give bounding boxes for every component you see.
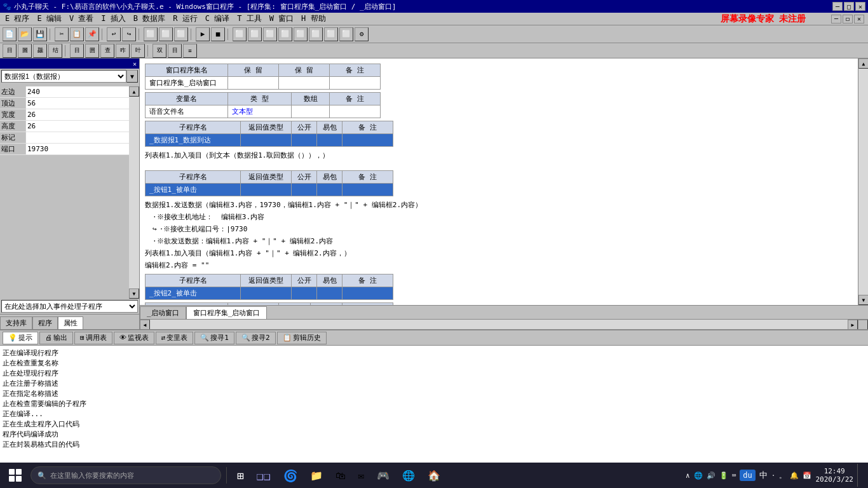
left-panel-close[interactable]: ✕ <box>133 60 137 67</box>
menu-edit[interactable]: E 编辑 <box>33 12 65 25</box>
menu-run[interactable]: R 运行 <box>169 12 201 25</box>
app-close-btn[interactable]: ✕ <box>854 15 864 24</box>
tb-paste[interactable]: 📌 <box>85 27 99 41</box>
menu-help[interactable]: H 帮助 <box>297 12 329 25</box>
close-button[interactable]: ✕ <box>855 2 865 11</box>
tb2-b12[interactable]: ≡ <box>183 44 197 58</box>
tb-btn5[interactable]: ⬜ <box>144 27 158 41</box>
menu-window[interactable]: W 窗口 <box>266 12 297 25</box>
tab-support-lib[interactable]: 支持库 <box>0 316 32 329</box>
menu-tools[interactable]: T 工具 <box>233 12 265 25</box>
tb-b7[interactable]: ⬜ <box>324 27 338 41</box>
tb-cut[interactable]: ✂ <box>55 27 69 41</box>
tab-clipboard[interactable]: 📋 剪辑历史 <box>277 332 327 344</box>
tb-b8[interactable]: ⬜ <box>339 27 353 41</box>
tb-b4[interactable]: ⬜ <box>278 27 292 41</box>
event-dropdown[interactable]: 在此处选择加入事件处理子程序 <box>1 300 138 313</box>
clock[interactable]: 12:49 2020/3/22 <box>815 467 853 484</box>
tb2-b7[interactable]: 查 <box>100 44 114 58</box>
tb-copy[interactable]: 📋 <box>70 27 84 41</box>
taskbar-app-edge[interactable]: 🌐 <box>397 464 420 487</box>
app-minimize-btn[interactable]: ─ <box>831 15 841 24</box>
tb-btn6[interactable]: ⬜ <box>159 27 173 41</box>
tb-save[interactable]: 💾 <box>33 27 47 41</box>
tab-program[interactable]: 程序 <box>32 316 58 329</box>
tab-form-class[interactable]: 窗口程序集_启动窗口 <box>186 306 268 319</box>
tb-btn7[interactable]: ⬜ <box>174 27 188 41</box>
code-scroll-down[interactable]: ▼ <box>858 295 868 305</box>
show-desktop-btn[interactable] <box>857 464 860 487</box>
taskbar-app-folder[interactable]: 📁 <box>305 464 328 487</box>
component-dropdown[interactable]: 数据报1（数据报） <box>1 70 126 83</box>
code-scroll-up[interactable]: ▲ <box>858 58 868 69</box>
tb-open[interactable]: 📂 <box>18 27 32 41</box>
tab-startup-window[interactable]: _启动窗口 <box>140 306 186 319</box>
prop-width-value[interactable]: 26 <box>25 109 129 120</box>
tab-output[interactable]: 💡 提示 <box>3 332 38 344</box>
tab-properties[interactable]: 属性 <box>58 316 83 329</box>
tb-b2[interactable]: ⬜ <box>248 27 262 41</box>
taskbar-app-house[interactable]: 🏠 <box>423 464 445 487</box>
tb-b5[interactable]: ⬜ <box>294 27 308 41</box>
tab-search1[interactable]: 🔍 搜寻1 <box>194 332 234 344</box>
tb-b1[interactable]: ⬜ <box>233 27 247 41</box>
caret-icon[interactable]: ∧ <box>686 471 690 480</box>
prop-port-value[interactable]: 19730 <box>25 144 129 154</box>
taskbar-app-mail[interactable]: ✉ <box>353 464 370 487</box>
tb-run[interactable]: ▶ <box>196 27 210 41</box>
prop-mark-value[interactable] <box>25 132 129 143</box>
left-scroll-up[interactable]: ▲ <box>129 86 139 97</box>
tb-new[interactable]: 📄 <box>3 27 17 41</box>
component-dropdown-btn[interactable]: ▼ <box>126 70 138 83</box>
cell-sub1-name[interactable]: _数据报1_数据到达 <box>146 134 241 147</box>
input-method-label[interactable]: 中 <box>759 470 768 481</box>
tb2-b3[interactable]: 龘 <box>33 44 47 58</box>
tb-b3[interactable]: ⬜ <box>263 27 277 41</box>
menu-view[interactable]: V 查看 <box>65 12 97 25</box>
code-hscroll-right[interactable]: ▶ <box>848 320 858 329</box>
start-button[interactable] <box>3 464 28 487</box>
taskbar-app-search[interactable]: ⊞ <box>232 464 249 487</box>
tb-b9[interactable]: ⚙ <box>355 27 369 41</box>
tb2-b2[interactable]: 圖 <box>18 44 32 58</box>
tb2-b5[interactable]: 目 <box>70 44 84 58</box>
cell-sub3-name[interactable]: _按钮2_被单击 <box>146 287 241 300</box>
tb-stop[interactable]: ■ <box>211 27 225 41</box>
taskbar-app-store[interactable]: 🛍 <box>330 464 351 487</box>
tb2-b9[interactable]: 叶 <box>131 44 145 58</box>
tb2-b11[interactable]: 目 <box>168 44 182 58</box>
cell-sub2-name[interactable]: _按钮1_被单击 <box>146 184 241 196</box>
prop-height-value[interactable]: 26 <box>25 121 129 132</box>
taskbar-app-game[interactable]: 🎮 <box>372 464 395 487</box>
tab-print[interactable]: 🖨 输出 <box>39 332 73 344</box>
tab-search2[interactable]: 🔍 搜寻2 <box>236 332 276 344</box>
cell-var-name[interactable]: 语音文件名 <box>146 105 228 118</box>
tb2-b1[interactable]: 目 <box>3 44 17 58</box>
app-restore-btn[interactable]: ◻ <box>843 15 853 24</box>
tab-watchtable[interactable]: 👁 监视表 <box>114 332 154 344</box>
tb2-b8[interactable]: 咋 <box>116 44 130 58</box>
tb2-b4[interactable]: 结 <box>48 44 62 58</box>
taskbar-app-taskview[interactable]: ❑❑ <box>252 464 276 487</box>
tab-replace[interactable]: ⇄ 变里表 <box>156 332 194 344</box>
menu-database[interactable]: B 数据库 <box>130 12 169 25</box>
menu-program[interactable]: E 程序 <box>1 12 33 25</box>
maximize-button[interactable]: □ <box>844 2 854 11</box>
tb-undo[interactable]: ↩ <box>107 27 121 41</box>
prop-top-value[interactable]: 56 <box>25 98 129 109</box>
code-hscroll-left[interactable]: ◀ <box>140 320 150 329</box>
taskbar-search[interactable]: 🔍 在这里输入你要搜索的内容 <box>31 466 221 484</box>
tab-calltable[interactable]: ⊞ 调用表 <box>74 332 112 344</box>
menu-insert[interactable]: I 插入 <box>97 12 129 25</box>
prop-left-value[interactable]: 240 <box>25 86 129 97</box>
menu-compile[interactable]: C 编译 <box>201 12 233 25</box>
cell-var-type[interactable]: 文本型 <box>228 105 292 118</box>
cell-form-class-value[interactable]: 窗口程序集_启动窗口 <box>146 77 228 90</box>
left-scroll-down[interactable]: ▼ <box>129 288 139 299</box>
minimize-button[interactable]: ─ <box>832 2 843 11</box>
taskbar-app-browser[interactable]: 🌀 <box>278 464 302 487</box>
baidu-input-icon[interactable]: du <box>740 470 755 481</box>
tb2-b6[interactable]: 囲 <box>85 44 99 58</box>
tb2-b10[interactable]: 双 <box>153 44 166 58</box>
tb-b6[interactable]: ⬜ <box>309 27 323 41</box>
